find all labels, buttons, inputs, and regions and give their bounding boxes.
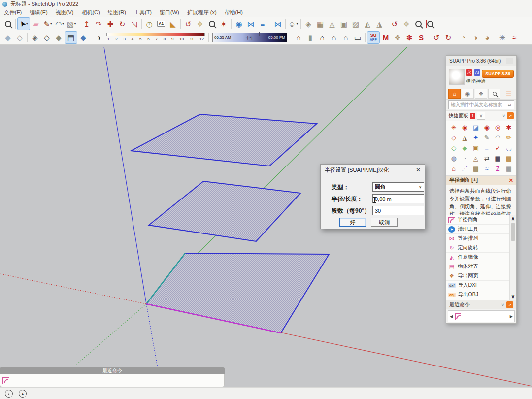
plugin-icon[interactable]: ≡ xyxy=(481,143,492,153)
tab-library[interactable]: ◉ xyxy=(462,89,474,99)
style-hidden-line[interactable]: ◇ xyxy=(41,32,53,43)
plugin-icon[interactable]: ⇄ xyxy=(481,153,492,164)
menu-item[interactable]: 工具(T) xyxy=(130,9,156,16)
close-icon[interactable]: ✕ xyxy=(509,177,513,184)
push-pull-tool[interactable]: ↥ xyxy=(81,18,93,30)
shadow-date-strip[interactable]: 123456789101112 xyxy=(106,32,205,43)
style-monochrome[interactable]: ◆ xyxy=(77,32,89,43)
suapp-toggle[interactable]: SUAPP xyxy=(367,31,380,44)
suapp-version-button[interactable]: SUAPP 3.86 xyxy=(482,70,514,78)
plugin-icon[interactable]: ◈ xyxy=(503,174,514,175)
component-home[interactable]: ⌂ xyxy=(316,32,328,43)
scrollbar[interactable]: ∧ ∨ xyxy=(509,215,516,300)
red-tool-1[interactable]: ◔ xyxy=(458,32,469,43)
avatar[interactable] xyxy=(449,69,465,85)
arrow-right-icon[interactable]: ▶ xyxy=(510,314,513,319)
paint-bucket-tool[interactable]: ◣ xyxy=(167,18,179,30)
menu-item[interactable]: 文件(F) xyxy=(0,9,26,16)
external-link-icon[interactable]: ↗ xyxy=(506,301,513,308)
close-icon[interactable]: ✕ xyxy=(416,166,421,173)
arrow-left-icon[interactable]: ◀ xyxy=(450,314,453,319)
chevron-down-icon[interactable]: ∨ xyxy=(502,113,505,118)
command-item[interactable]: 半径倒角 xyxy=(446,215,510,225)
plugin-icon[interactable]: ✦ xyxy=(470,133,481,143)
plugin-blue-2[interactable]: ⋈ xyxy=(245,18,257,30)
tab-menu[interactable]: ☰ xyxy=(503,89,514,98)
plugin-icon[interactable]: ▤ xyxy=(470,164,481,174)
plugin-icon[interactable]: ◎ xyxy=(492,174,503,175)
sandbox-from-scratch[interactable]: ▦ xyxy=(314,18,326,30)
plugin-icon[interactable]: Z xyxy=(492,164,503,174)
plugin-icon[interactable]: ◎ xyxy=(492,122,503,133)
scroll-down-icon[interactable]: ∨ xyxy=(510,293,516,300)
zoom-tool-2[interactable] xyxy=(206,18,218,30)
plugin-icon[interactable]: ◉ xyxy=(481,122,492,133)
suapp-m-tool[interactable]: M xyxy=(380,32,392,43)
select-tool[interactable]: ➤▾ xyxy=(17,17,30,30)
orbit-tool-2[interactable]: ↺ xyxy=(389,18,400,30)
plugin-blue-4[interactable]: ⋈ xyxy=(272,18,284,30)
gears-tool[interactable]: ✳ xyxy=(497,32,508,43)
drape-tool[interactable]: ▨ xyxy=(350,18,362,30)
command-item[interactable]: dxf导入DXF xyxy=(446,281,510,290)
menu-item[interactable]: 编辑(E) xyxy=(26,9,52,16)
suapp-flower-tool[interactable]: ✽ xyxy=(403,32,415,43)
plugin-icon[interactable]: ◍ xyxy=(448,153,459,164)
component-drawer[interactable]: ▭ xyxy=(352,32,364,43)
pencil-tool[interactable]: ✎▾ xyxy=(42,18,54,30)
fillet-icon[interactable] xyxy=(2,377,9,384)
plugin-icon[interactable]: ✳ xyxy=(448,122,459,133)
tab-extensions[interactable]: ❖ xyxy=(475,89,487,99)
component-cabinet[interactable]: ▮ xyxy=(304,32,316,43)
float-title[interactable]: 最近命令 xyxy=(0,367,225,374)
command-item[interactable]: ◭任意镜像 xyxy=(446,253,510,262)
arc-tool[interactable]: ◠▾ xyxy=(54,18,66,30)
rectangle-tool[interactable]: ▧▾ xyxy=(66,18,77,30)
scale-tool[interactable]: ◹ xyxy=(128,18,140,30)
plugin-icon[interactable]: ◇ xyxy=(448,133,459,143)
credits-icon[interactable]: ▲ xyxy=(19,390,27,398)
follow-me-tool[interactable]: ↷ xyxy=(93,18,104,30)
zoom-window-tool[interactable] xyxy=(424,18,436,30)
panel-button[interactable] xyxy=(506,58,513,64)
add-detail-tool[interactable]: ◭ xyxy=(362,18,373,30)
tape-measure-tool[interactable]: ◷ xyxy=(143,18,155,30)
move-tool[interactable]: ✚ xyxy=(104,18,116,30)
tab-search[interactable] xyxy=(488,89,500,99)
plugin-icon[interactable]: ⌂ xyxy=(448,164,459,174)
eraser-tool[interactable]: ▰ xyxy=(30,18,42,30)
radius-input[interactable]: 0,00 m xyxy=(372,194,424,203)
menu-item[interactable]: 扩展程序 (x) xyxy=(183,9,221,16)
component-house-2[interactable]: ⌂ xyxy=(328,32,340,43)
command-item[interactable]: ⋈等距排列 xyxy=(446,234,510,243)
plugin-icon[interactable]: ▲ xyxy=(470,174,481,175)
component-house-3[interactable]: ⌂ xyxy=(340,32,352,43)
plugin-blue-1[interactable]: ◉ xyxy=(233,18,245,30)
shadow-time-slider[interactable]: 06:55 AM 中午 05:00 PM xyxy=(212,33,287,42)
plugin-icon[interactable]: ◆ xyxy=(459,174,470,175)
recent-commands-header[interactable]: 最近命令 ∨ ↗ xyxy=(446,300,516,309)
plugin-search-input[interactable]: 输入插件中英文名称搜索 ↵ xyxy=(448,100,514,109)
style-shaded[interactable]: ◆ xyxy=(53,32,65,43)
plugin-icon[interactable]: ✓ xyxy=(492,143,503,153)
plugin-icon[interactable]: ✎ xyxy=(481,133,492,143)
menu-item[interactable]: 视图(V) xyxy=(52,9,78,16)
segments-input[interactable]: 30 xyxy=(372,206,424,215)
external-link-icon[interactable]: ↗ xyxy=(507,112,514,119)
red-stack-tool[interactable]: ≈ xyxy=(508,32,520,43)
tab-home[interactable]: ⌂ xyxy=(448,89,461,99)
suapp-s-tool[interactable]: S xyxy=(415,32,427,43)
command-item[interactable]: ↻定向旋转 xyxy=(446,243,510,253)
plugin-icon[interactable]: ◡ xyxy=(503,143,514,153)
time-slider-handle[interactable] xyxy=(259,32,260,36)
plugin-icon[interactable]: ◬ xyxy=(470,153,481,164)
plugin-icon[interactable]: ◉ xyxy=(459,122,470,133)
cancel-button[interactable]: 取消 xyxy=(371,218,398,227)
face-bottom[interactable] xyxy=(146,253,329,333)
stamp-tool[interactable]: ▣ xyxy=(338,18,350,30)
menu-item[interactable]: 窗口(W) xyxy=(156,9,183,16)
scrollbar-thumb[interactable] xyxy=(511,223,515,241)
gear-icon[interactable]: ✳ xyxy=(477,112,485,120)
suapp-box-tool[interactable]: ❖ xyxy=(392,32,403,43)
plugin-blue-3[interactable]: ≡ xyxy=(257,18,268,30)
